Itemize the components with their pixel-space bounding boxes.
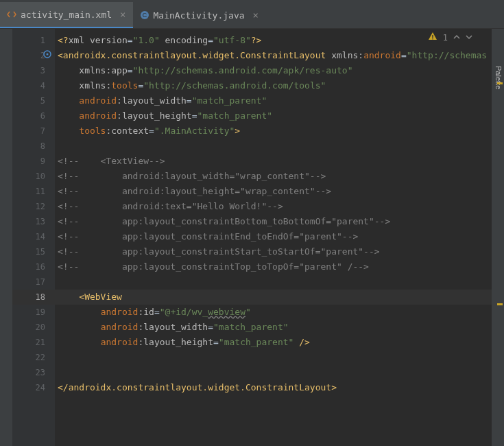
line-number[interactable]: 21 xyxy=(12,335,55,350)
left-tool-bar[interactable] xyxy=(0,29,12,446)
warning-count: 1 xyxy=(443,33,448,43)
xml-file-icon xyxy=(7,10,16,19)
line-number[interactable]: 24 xyxy=(12,380,55,395)
line-number[interactable]: 8 xyxy=(12,139,55,154)
line-number[interactable]: 13 xyxy=(12,214,55,229)
code-line[interactable]: <?xml version="1.0" encoding="utf-8"?> xyxy=(55,33,492,48)
code-editor[interactable]: 1 <?xml version="1.0" encoding="utf-8"?>… xyxy=(55,29,492,446)
svg-point-3 xyxy=(47,54,49,56)
line-number[interactable]: 20 xyxy=(12,320,55,335)
code-line[interactable]: <!-- app:layout_constraintStart_toStartO… xyxy=(55,244,492,259)
chevron-up-icon[interactable] xyxy=(453,33,460,43)
code-line[interactable]: <!-- app:layout_constraintEnd_toEndOf="p… xyxy=(55,229,492,244)
line-number[interactable]: 23 xyxy=(12,365,55,380)
line-number[interactable]: 6 xyxy=(12,108,55,124)
tab-activity-main-xml[interactable]: activity_main.xml × xyxy=(0,2,133,28)
svg-rect-5 xyxy=(432,38,433,39)
close-icon[interactable]: × xyxy=(253,10,259,21)
warning-marker[interactable] xyxy=(497,82,503,84)
editor-tabs: activity_main.xml × C MainActivity.java … xyxy=(0,0,504,29)
svg-text:C: C xyxy=(142,12,147,19)
code-line[interactable]: android:layout_width="match_parent" xyxy=(55,320,492,335)
code-line[interactable]: xmlns:tools="http://schemas.android.com/… xyxy=(55,78,492,93)
code-line[interactable]: <!-- app:layout_constraintTop_toTopOf="p… xyxy=(55,259,492,274)
chevron-down-icon[interactable] xyxy=(466,33,472,43)
line-number[interactable]: 19 xyxy=(12,305,55,320)
tab-mainactivity-java[interactable]: C MainActivity.java × xyxy=(133,2,266,28)
code-line[interactable]: android:layout_width="match_parent" xyxy=(55,93,492,108)
target-icon[interactable] xyxy=(43,49,52,59)
code-line[interactable] xyxy=(55,139,492,154)
code-line[interactable]: <!-- android:layout_width="wrap_content"… xyxy=(55,169,492,184)
code-line[interactable]: xmlns:app="http://schemas.android.com/ap… xyxy=(55,63,492,78)
code-line[interactable]: tools:context=".MainActivity"> xyxy=(55,124,492,139)
line-number[interactable]: 11 xyxy=(12,184,55,199)
code-line[interactable]: android:layout_height="match_parent" /> xyxy=(55,335,492,350)
code-line[interactable]: <!-- android:text="Hello World!"--> xyxy=(55,199,492,214)
line-number[interactable]: 17 xyxy=(12,274,55,290)
line-number[interactable]: 5 xyxy=(12,93,55,108)
right-tool-bar[interactable]: Palette xyxy=(492,29,504,446)
java-class-icon: C xyxy=(140,10,149,20)
line-number[interactable]: 7 xyxy=(12,124,55,139)
code-line[interactable]: <androidx.constraintlayout.widget.Constr… xyxy=(55,48,492,63)
code-line[interactable] xyxy=(55,274,492,290)
line-number-gutter[interactable]: 123456789101112131415161718192021222324 xyxy=(12,29,55,446)
tab-label: activity_main.xml xyxy=(21,10,112,20)
line-number[interactable]: 16 xyxy=(12,259,55,274)
palette-panel-tab[interactable]: Palette xyxy=(493,63,504,92)
warning-marker[interactable] xyxy=(497,303,503,305)
line-number[interactable]: 4 xyxy=(12,78,55,93)
line-number[interactable]: 14 xyxy=(12,229,55,244)
code-line[interactable]: <!-- android:layout_height="wrap_content… xyxy=(55,184,492,199)
editor-main: 123456789101112131415161718192021222324 … xyxy=(0,29,504,446)
code-line[interactable]: <!-- <TextView--> xyxy=(55,154,492,169)
code-line[interactable]: android:id="@+id/wv_webview" xyxy=(55,305,492,320)
code-line[interactable] xyxy=(55,350,492,365)
code-line[interactable] xyxy=(55,365,492,380)
warning-icon[interactable] xyxy=(428,32,437,43)
inspection-status: 1 xyxy=(428,32,472,43)
code-line[interactable]: </androidx.constraintlayout.widget.Const… xyxy=(55,380,492,395)
tab-label: MainActivity.java xyxy=(154,10,245,21)
code-line[interactable]: <!-- app:layout_constraintBottom_toBotto… xyxy=(55,214,492,229)
svg-rect-4 xyxy=(432,35,433,38)
code-line[interactable]: android:layout_height="match_parent" xyxy=(55,108,492,124)
line-number[interactable]: 9 xyxy=(12,154,55,169)
line-number[interactable]: 1 xyxy=(12,33,55,48)
line-number[interactable]: 18 xyxy=(12,290,55,305)
line-number[interactable]: 15 xyxy=(12,244,55,259)
line-number[interactable]: 12 xyxy=(12,199,55,214)
code-line[interactable]: <WebView xyxy=(55,290,492,305)
line-number[interactable]: 10 xyxy=(12,169,55,184)
close-icon[interactable]: × xyxy=(120,9,125,20)
line-number[interactable]: 3 xyxy=(12,63,55,78)
line-number[interactable]: 22 xyxy=(12,350,55,365)
